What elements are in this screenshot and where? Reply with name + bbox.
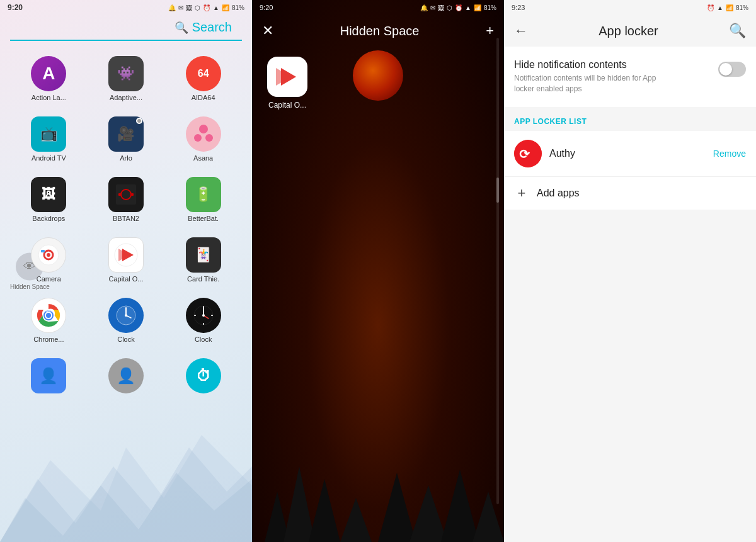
signal-icon: 📶 bbox=[222, 4, 229, 11]
authy-app-name: Authy bbox=[549, 148, 706, 159]
panel-app-drawer: 9:20 🔔 ✉ 🖼 ⬡ ⏰ ▲ 📶 81% 🔍 Search 👁 Hidden… bbox=[0, 0, 252, 542]
status-icons-3: ⏰ ▲ 📶 81% bbox=[707, 4, 748, 11]
app-item-arlo[interactable]: 🎥 Arlo bbox=[88, 111, 165, 167]
notification-description: Notification contents will be hidden for… bbox=[514, 73, 665, 94]
capital-logo bbox=[113, 242, 139, 268]
app-item-clock2[interactable]: Clock bbox=[164, 293, 242, 348]
search-label[interactable]: Search bbox=[192, 20, 232, 35]
app-locker-list-header: APP LOCKER LIST bbox=[504, 107, 756, 131]
svg-point-20 bbox=[46, 313, 51, 318]
app-locker-row-authy: ⟳ Authy Remove bbox=[504, 131, 756, 177]
status-bar-3: 9:23 ⏰ ▲ 📶 81% bbox=[504, 0, 756, 15]
search-icon: 🔍 bbox=[175, 21, 188, 35]
app-grid: A Action La... 👾 Adaptive... 64 AIDA64 📺… bbox=[0, 51, 252, 401]
status-icons-2: 🔔 ✉ 🖼 ⬡ ⏰ ▲ 📶 81% bbox=[420, 4, 496, 11]
app-item-capital[interactable]: Capital O... bbox=[88, 232, 165, 288]
wifi-icon: ▲ bbox=[213, 4, 219, 11]
alarm-icon-3: ⏰ bbox=[707, 4, 714, 11]
status-time: 9:20 bbox=[8, 3, 23, 12]
add-apps-icon: + bbox=[514, 186, 529, 201]
mountain-bg bbox=[0, 385, 252, 542]
app-item-adaptive[interactable]: 👾 Adaptive... bbox=[88, 51, 165, 106]
status-icons: 🔔 ✉ 🖼 ⬡ ⏰ ▲ 📶 81% bbox=[168, 4, 244, 11]
app-item-backdrops[interactable]: 🖼 Backdrops bbox=[10, 172, 88, 227]
app-icon-capital bbox=[108, 237, 144, 273]
svg-rect-8 bbox=[118, 193, 121, 196]
svg-marker-43 bbox=[472, 492, 504, 542]
app-label-asana: Asana bbox=[193, 154, 213, 162]
wifi-icon-3: ▲ bbox=[717, 4, 723, 11]
app-item-cardthief[interactable]: 🃏 Card Thie. bbox=[164, 232, 242, 288]
svg-point-31 bbox=[202, 314, 205, 317]
app-label-chrome: Chrome... bbox=[33, 336, 64, 343]
app-icon-aida64: 64 bbox=[186, 56, 221, 91]
app-icon-bbtan2 bbox=[108, 177, 144, 212]
app-item-betterbat[interactable]: 🔋 BetterBat. bbox=[164, 172, 242, 227]
chrome-logo: Dev bbox=[36, 303, 61, 328]
app-icon-clock1 bbox=[108, 298, 144, 333]
app-label-adaptive: Adaptive... bbox=[110, 94, 142, 101]
app-locker-search-button[interactable]: 🔍 bbox=[729, 23, 746, 39]
app-icon-clock2 bbox=[186, 298, 221, 333]
notification-toggle[interactable] bbox=[718, 62, 746, 77]
status-bar-2: 9:20 🔔 ✉ 🖼 ⬡ ⏰ ▲ 📶 81% bbox=[252, 0, 504, 15]
svg-marker-38 bbox=[309, 479, 340, 542]
app-label-action-launcher: Action La... bbox=[32, 94, 66, 101]
svg-point-26 bbox=[125, 314, 127, 317]
app-label-betterbat: BetterBat. bbox=[188, 215, 219, 222]
panel-app-locker: 9:23 ⏰ ▲ 📶 81% ← App locker 🔍 Hide notif… bbox=[504, 0, 756, 542]
app-icon-cardthief: 🃏 bbox=[186, 237, 221, 273]
battery-3: 81% bbox=[736, 4, 748, 11]
app-label-backdrops: Backdrops bbox=[32, 215, 65, 222]
app-label-clock1: Clock bbox=[117, 336, 135, 343]
app-locker-header: ← App locker 🔍 bbox=[504, 15, 756, 47]
app-locker-back-button[interactable]: ← bbox=[514, 23, 528, 39]
cast-icon: ⬡ bbox=[195, 4, 200, 11]
notification-icon-2: 🔔 bbox=[420, 4, 428, 11]
app-item-clock1[interactable]: Clock bbox=[88, 293, 165, 348]
bbtan-logo bbox=[113, 182, 139, 207]
app-item-bbtan2[interactable]: BBTAN2 bbox=[88, 172, 165, 227]
hidden-space-close-button[interactable]: ✕ bbox=[262, 23, 273, 39]
app-icon-action-launcher: A bbox=[31, 56, 66, 91]
app-icon-camera bbox=[31, 237, 66, 273]
app-label-cardthief: Card Thie. bbox=[187, 275, 219, 283]
app-label-aida64: AIDA64 bbox=[192, 94, 215, 101]
svg-marker-41 bbox=[410, 485, 447, 542]
cast-icon-2: ⬡ bbox=[447, 4, 452, 11]
svg-marker-40 bbox=[378, 473, 416, 542]
clock1-logo bbox=[113, 303, 139, 328]
svg-point-4 bbox=[194, 134, 202, 142]
add-apps-row[interactable]: + Add apps bbox=[504, 177, 756, 210]
arlo-badge bbox=[136, 118, 142, 124]
alarm-icon-2: ⏰ bbox=[455, 4, 462, 11]
hs-app-capital[interactable]: Capital O... bbox=[262, 57, 312, 110]
hidden-space-add-button[interactable]: + bbox=[486, 23, 494, 39]
app-item-android-tv[interactable]: 📺 Android TV bbox=[10, 111, 88, 167]
app-item-chrome[interactable]: Dev Chrome... bbox=[10, 293, 88, 348]
search-bar[interactable]: 🔍 Search bbox=[10, 15, 242, 41]
app-item-aida64[interactable]: 64 AIDA64 bbox=[164, 51, 242, 106]
app-icon-adaptive: 👾 bbox=[108, 56, 144, 91]
authy-remove-button[interactable]: Remove bbox=[713, 149, 746, 159]
add-apps-label[interactable]: Add apps bbox=[537, 188, 580, 199]
app-locker-list: ⟳ Authy Remove + Add apps bbox=[504, 131, 756, 210]
toggle-knob bbox=[719, 63, 732, 76]
app-icon-android-tv: 📺 bbox=[31, 116, 66, 152]
app-item-action-launcher[interactable]: A Action La... bbox=[10, 51, 88, 106]
app-label-clock2: Clock bbox=[195, 336, 212, 343]
wifi-icon-2: ▲ bbox=[465, 4, 471, 11]
status-bar: 9:20 🔔 ✉ 🖼 ⬡ ⏰ ▲ 📶 81% bbox=[0, 0, 252, 15]
app-item-asana[interactable]: Asana bbox=[164, 111, 242, 167]
signal-icon-2: 📶 bbox=[474, 4, 481, 11]
panel-hidden-space: 9:20 🔔 ✉ 🖼 ⬡ ⏰ ▲ 📶 81% ✕ Hidden Space + bbox=[252, 0, 504, 542]
app-icon-betterbat: 🔋 bbox=[186, 177, 221, 212]
app-label-android-tv: Android TV bbox=[32, 154, 66, 162]
scroll-indicator[interactable] bbox=[496, 38, 499, 504]
svg-marker-37 bbox=[284, 466, 315, 542]
scroll-thumb bbox=[496, 178, 499, 203]
notification-section: Hide notification contents Notification … bbox=[504, 47, 756, 107]
svg-rect-13 bbox=[41, 250, 45, 252]
status-time-2: 9:20 bbox=[260, 4, 273, 11]
notification-icon: 🔔 bbox=[168, 4, 176, 11]
